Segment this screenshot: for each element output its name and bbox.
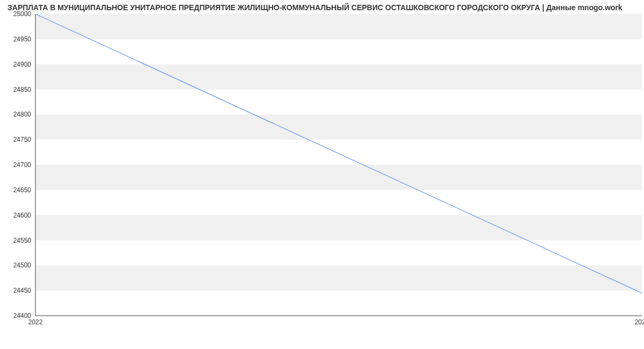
y-tick-label: 24650 — [13, 186, 32, 194]
y-tick-label: 24600 — [13, 212, 32, 219]
chart-container: ЗАРПЛАТА В МУНИЦИПАЛЬНОЕ УНИТАРНОЕ ПРЕДП… — [0, 0, 644, 333]
y-tick-label: 24800 — [13, 111, 32, 118]
y-tick-label: 24450 — [13, 287, 32, 294]
grid-band — [35, 215, 642, 241]
y-tick-label: 24950 — [13, 35, 32, 43]
y-tick-label: 24550 — [13, 237, 32, 244]
chart-title: ЗАРПЛАТА В МУНИЦИПАЛЬНОЕ УНИТАРНОЕ ПРЕДП… — [8, 3, 623, 12]
x-axis: 20222023 — [28, 318, 644, 326]
y-tick-label: 24850 — [13, 86, 32, 93]
y-tick-label: 24700 — [13, 161, 32, 169]
x-tick-label: 2023 — [635, 318, 644, 326]
grid-band — [35, 114, 642, 140]
y-axis: 2440024450245002455024600246502470024750… — [13, 10, 32, 319]
x-tick-label: 2022 — [28, 318, 43, 326]
chart-svg: 2440024450245002455024600246502470024750… — [0, 0, 644, 333]
grid-band — [35, 265, 642, 290]
grid-band — [35, 14, 642, 39]
grid-band — [35, 165, 642, 190]
y-tick-label: 24750 — [13, 136, 32, 143]
y-tick-label: 24500 — [13, 261, 32, 269]
y-tick-label: 24900 — [13, 61, 32, 68]
grid-band — [35, 64, 642, 90]
